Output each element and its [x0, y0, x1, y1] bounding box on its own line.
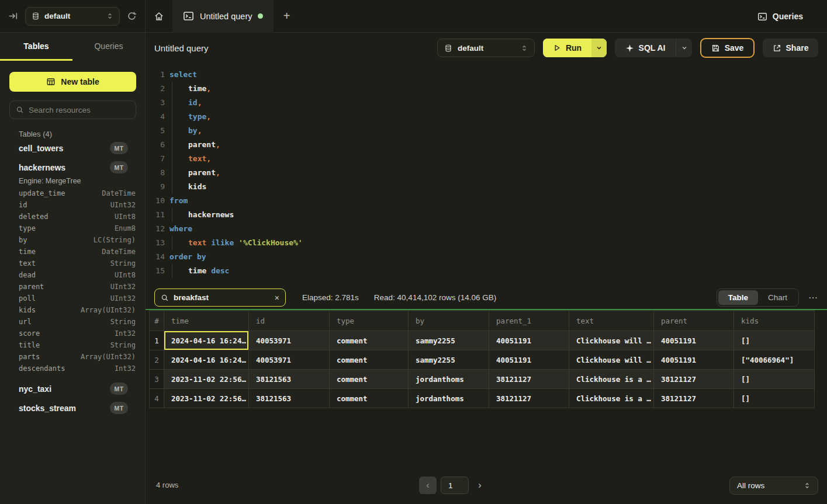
prev-page-button[interactable]: ‹: [419, 477, 437, 494]
table-cell[interactable]: []: [733, 370, 814, 389]
table-name: hackernews: [19, 163, 65, 172]
table-cell[interactable]: []: [733, 331, 814, 350]
code-line: 10from: [146, 194, 827, 208]
table-cell[interactable]: 38121127: [489, 389, 569, 408]
table-cell[interactable]: 38121127: [489, 370, 569, 389]
column-type: DateTime: [102, 189, 136, 197]
table-item-nyc_taxi[interactable]: nyc_taxiMT: [0, 379, 145, 398]
new-tab-button[interactable]: +: [274, 9, 299, 23]
line-number: 1: [146, 68, 165, 82]
page-number-input[interactable]: 1: [441, 477, 469, 494]
table-cell[interactable]: comment: [329, 350, 408, 370]
row-number[interactable]: 1: [150, 331, 164, 350]
column-name: deleted: [19, 213, 49, 221]
table-cell[interactable]: jordanthoms: [408, 389, 489, 408]
next-page-button[interactable]: ›: [473, 480, 487, 491]
tables-list: cell_towersMThackernewsMTEngine: MergeTr…: [0, 138, 145, 418]
column-row: partsArray(UInt32): [0, 351, 145, 363]
sql-editor[interactable]: 1select2time,3id,4type,5by,6parent,7text…: [146, 63, 827, 285]
column-row: byLC(String): [0, 234, 145, 246]
column-header-time[interactable]: time: [164, 311, 249, 331]
column-header-type[interactable]: type: [329, 311, 408, 331]
sidebar-tab-queries[interactable]: Queries: [72, 33, 145, 61]
save-button[interactable]: Save: [700, 38, 755, 58]
table-cell[interactable]: Clickhouse is a …: [569, 389, 653, 408]
column-header-text[interactable]: text: [569, 311, 653, 331]
run-dropdown-caret[interactable]: [591, 39, 607, 57]
table-cell[interactable]: jordanthoms: [408, 370, 489, 389]
run-button[interactable]: Run: [543, 39, 607, 57]
row-count: 4 rows: [156, 481, 178, 489]
table-cell[interactable]: 38121127: [653, 370, 733, 389]
table-cell[interactable]: 2024-04-16 16:24…: [164, 350, 249, 370]
chevron-updown-icon: [106, 12, 113, 20]
code-line: 6parent,: [146, 138, 827, 152]
refresh-icon[interactable]: [127, 11, 137, 21]
table-item-hackernews[interactable]: hackernewsMT: [0, 158, 145, 177]
share-button[interactable]: Share: [763, 39, 818, 57]
column-header-num[interactable]: #: [150, 311, 164, 331]
toolbar-database-select[interactable]: default: [437, 39, 535, 57]
table-item-cell_towers[interactable]: cell_towersMT: [0, 138, 145, 158]
view-toggle-table[interactable]: Table: [718, 290, 758, 305]
table-cell[interactable]: 40051191: [653, 331, 733, 350]
table-header-row: #timeidtypebyparent_1textparentkids: [150, 311, 815, 331]
chevron-updown-icon: [521, 44, 528, 52]
table-cell[interactable]: 40053971: [248, 350, 329, 370]
table-cell[interactable]: 38121563: [248, 389, 329, 408]
column-name: descendants: [19, 364, 65, 373]
column-name: text: [19, 259, 36, 267]
code-token: hackernews: [188, 210, 234, 219]
tab-untitled-query[interactable]: Untitled query: [172, 0, 274, 33]
sql-console-app: default Untitled query + Queries: [0, 0, 827, 504]
table-cell[interactable]: sammy2255: [408, 350, 489, 370]
table-cell[interactable]: sammy2255: [408, 331, 489, 350]
home-icon[interactable]: [146, 11, 172, 22]
code-token: ,: [198, 98, 202, 107]
row-number[interactable]: 4: [150, 389, 164, 408]
table-cell[interactable]: 40051191: [489, 350, 569, 370]
table-cell[interactable]: 40053971: [248, 331, 329, 350]
table-cell[interactable]: Clickhouse is a …: [569, 370, 653, 389]
column-row: deadUInt8: [0, 269, 145, 281]
database-select[interactable]: default: [25, 7, 120, 26]
sql-ai-dropdown-caret[interactable]: [676, 39, 692, 57]
table-cell[interactable]: 40051191: [653, 350, 733, 370]
clear-search-icon[interactable]: ×: [275, 294, 279, 302]
sql-ai-button[interactable]: SQL AI: [615, 39, 692, 57]
new-table-button[interactable]: New table: [9, 72, 136, 92]
table-item-stocks_stream[interactable]: stocks_streamMT: [0, 398, 145, 418]
collapse-sidebar-icon[interactable]: [8, 11, 18, 21]
table-cell[interactable]: comment: [329, 389, 408, 408]
column-header-by[interactable]: by: [408, 311, 489, 331]
column-header-id[interactable]: id: [248, 311, 329, 331]
view-toggle-chart[interactable]: Chart: [758, 290, 797, 305]
code-token: ,: [206, 84, 211, 93]
column-header-parent[interactable]: parent: [653, 311, 733, 331]
table-cell[interactable]: 38121563: [248, 370, 329, 389]
run-label: Run: [566, 43, 582, 53]
table-cell[interactable]: 40051191: [489, 331, 569, 350]
queries-button[interactable]: Queries: [757, 0, 803, 33]
table-cell[interactable]: 2024-04-16 16:24…: [164, 331, 249, 350]
column-header-parent_1[interactable]: parent_1: [489, 311, 569, 331]
more-options-icon[interactable]: ⋯: [808, 292, 818, 303]
table-cell[interactable]: ["40066964"]: [733, 350, 814, 370]
table-cell[interactable]: Clickhouse will …: [569, 350, 653, 370]
column-header-kids[interactable]: kids: [733, 311, 814, 331]
row-number[interactable]: 2: [150, 350, 164, 370]
sidebar-tab-tables[interactable]: Tables: [0, 33, 72, 61]
table-cell[interactable]: []: [733, 389, 814, 408]
search-resources-input[interactable]: [29, 106, 132, 114]
line-number: 6: [146, 138, 165, 152]
table-cell[interactable]: 38121127: [653, 389, 733, 408]
row-number[interactable]: 3: [150, 370, 164, 389]
table-cell[interactable]: comment: [329, 370, 408, 389]
engine-badge: MT: [110, 402, 128, 414]
page-size-select[interactable]: All rows: [729, 477, 818, 495]
table-cell[interactable]: 2023-11-02 22:56…: [164, 370, 249, 389]
table-cell[interactable]: Clickhouse will …: [569, 331, 653, 350]
table-cell[interactable]: comment: [329, 331, 408, 350]
table-cell[interactable]: 2023-11-02 22:56…: [164, 389, 249, 408]
results-filter-input[interactable]: [174, 293, 270, 302]
